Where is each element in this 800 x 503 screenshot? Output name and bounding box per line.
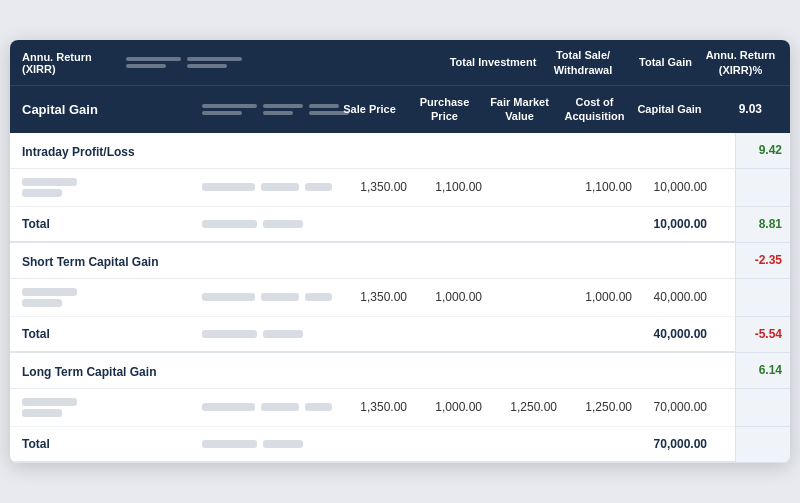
xirr-longterm-header: 6.14 [736,353,790,389]
main-table: Intraday Profit/Loss 1,350.00 1,100.00 1… [10,133,735,463]
intraday-section-header: Intraday Profit/Loss [10,133,735,169]
annu-return-header: Annu. Return (XIRR) [22,51,242,75]
xirr-shortterm-total: -5.54 [736,317,790,353]
intraday-sale-price: 1,350.00 [332,180,407,194]
shortterm-data-row: 1,350.00 1,000.00 1,000.00 40,000.00 [10,279,735,317]
xirr-column: 9.42 8.81 -2.35 -5.54 6.14 [735,133,790,463]
xirr-intraday-total: 8.81 [736,207,790,243]
sub-bar-4 [263,111,293,115]
xirr-sub-val: 9.03 [739,102,762,116]
bar-4 [187,64,227,68]
intraday-total-amount: 10,000.00 [632,217,707,231]
xirr-shortterm-total-val: -5.54 [755,327,782,341]
ph-2 [22,189,62,197]
ph-5 [305,183,332,191]
xirr-shortterm-header: -2.35 [736,243,790,279]
ph-l3 [202,403,255,411]
shortterm-cost-acquisition: 1,000.00 [557,290,632,304]
annu-return-pct-header: Annu. Return (XIRR)% [703,48,778,77]
total-gain-header: Total Gain [628,55,703,69]
longterm-capital-gain: 70,000.00 [632,400,707,414]
tph-s1 [202,330,257,338]
longterm-title: Long Term Capital Gain [22,365,156,379]
shortterm-row-ph2 [202,293,332,301]
header-bars-2 [187,57,242,68]
xirr-intraday-data [736,169,790,207]
shortterm-capital-gain: 40,000.00 [632,290,707,304]
total-investment-label: Total Investment [450,56,537,68]
purchase-price-col-header: Purchase Price [407,95,482,124]
tph-2 [263,220,303,228]
total-sale-header: Total Sale/ Withdrawal [538,48,628,77]
xirr-shortterm-data [736,279,790,317]
longterm-cost-acquisition: 1,250.00 [557,400,632,414]
cost-acquisition-label: Cost of Acquisition [565,96,625,122]
longterm-total-amount: 70,000.00 [632,437,707,451]
sub-bar-1 [202,104,257,108]
cost-acquisition-col-header: Cost of Acquisition [557,95,632,124]
ph-l5 [305,403,332,411]
intraday-purchase-price: 1,100.00 [407,180,482,194]
longterm-row-placeholder [22,398,202,417]
intraday-total-ph [202,220,332,228]
table-body: Intraday Profit/Loss 1,350.00 1,100.00 1… [10,133,790,463]
bar-1 [126,57,181,61]
top-header: Annu. Return (XIRR) Total Investment Tot… [10,40,790,85]
longterm-section-header: Long Term Capital Gain [10,353,735,389]
xirr-intraday-header: 9.42 [736,133,790,169]
intraday-title: Intraday Profit/Loss [22,145,135,159]
shortterm-row-placeholder [22,288,202,307]
total-sale-label: Total Sale/ Withdrawal [554,49,613,75]
shortterm-purchase-price: 1,000.00 [407,290,482,304]
bar-2 [126,64,166,68]
ph-1 [22,178,77,186]
header-bars [126,57,181,68]
intraday-cost-acquisition: 1,100.00 [557,180,632,194]
capital-gain-col-header: Capital Gain [632,102,707,116]
shortterm-section-header: Short Term Capital Gain [10,243,735,279]
ph-s3 [202,293,255,301]
longterm-total-row: Total 70,000.00 [10,427,735,463]
longterm-total-label: Total [22,437,202,451]
xirr-intraday-title-val: 9.42 [759,143,782,157]
xirr-longterm-data [736,389,790,427]
ph-3 [202,183,255,191]
sale-price-label: Sale Price [343,103,396,115]
sub-bar-2 [202,111,242,115]
longterm-purchase-price: 1,000.00 [407,400,482,414]
longterm-data-row: 1,350.00 1,000.00 1,250.00 1,250.00 70,0… [10,389,735,427]
bar-3 [187,57,242,61]
intraday-row-ph2 [202,183,332,191]
capital-gain-label: Capital Gain [22,102,98,117]
xirr-longterm-title-val: 6.14 [759,363,782,377]
intraday-total-label: Total [22,217,202,231]
tph-l2 [263,440,303,448]
xirr-sub-header-val: 9.03 [707,102,762,116]
ph-l2 [22,409,62,417]
ph-s2 [22,299,62,307]
total-investment-header: Total Investment [448,55,538,69]
intraday-data-row: 1,350.00 1,100.00 1,100.00 10,000.00 [10,169,735,207]
xirr-shortterm-title-val: -2.35 [755,253,782,267]
total-gain-label: Total Gain [639,56,692,68]
ph-4 [261,183,299,191]
shortterm-total-ph [202,330,332,338]
ph-s4 [261,293,299,301]
ph-l1 [22,398,77,406]
shortterm-total-row: Total 40,000.00 [10,317,735,353]
sub-header: Capital Gain Sale Price Purchase Price F… [10,85,790,133]
sale-price-col-header: Sale Price [332,102,407,116]
sub-header-placeholders [202,104,332,115]
longterm-fair-market: 1,250.00 [482,400,557,414]
ph-s5 [305,293,332,301]
longterm-sale-price: 1,350.00 [332,400,407,414]
fair-market-label: Fair Market Value [490,96,549,122]
ph-l4 [261,403,299,411]
purchase-price-label: Purchase Price [420,96,470,122]
intraday-row-placeholder [22,178,202,197]
intraday-capital-gain: 10,000.00 [632,180,707,194]
shortterm-title: Short Term Capital Gain [22,255,158,269]
main-card: Annu. Return (XIRR) Total Investment Tot… [10,40,790,463]
tph-s2 [263,330,303,338]
longterm-total-ph [202,440,332,448]
